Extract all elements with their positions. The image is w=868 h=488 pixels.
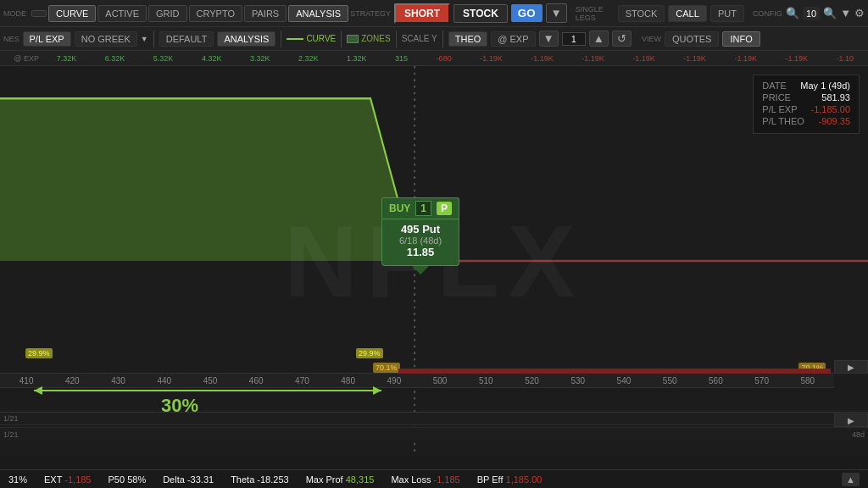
info-panel: DATE May 1 (49d) PRICE 581.93 P/L EXP -1… <box>753 75 860 134</box>
search-icon-1[interactable]: 🔍 <box>786 7 799 19</box>
info-price-row: PRICE 581.93 <box>762 92 850 103</box>
arrow-down-btn[interactable]: ▼ <box>539 30 559 47</box>
price-510: 510 <box>479 376 493 385</box>
annotation-area: 30% <box>25 378 390 409</box>
single-legs-label: SINGLE LEGS <box>576 5 615 22</box>
info-pltheo-row: P/L THEO -909.35 <box>762 116 850 126</box>
x-val-14: -1.19K <box>734 54 757 63</box>
x-val-4: 3.32K <box>250 54 270 63</box>
chart-container: NFLX 410 420 430 440 450 460 470 480 490… <box>0 66 868 456</box>
default-btn[interactable]: DEFAULT <box>159 31 214 47</box>
price-550: 550 <box>663 376 677 385</box>
curve-label: CURVE <box>306 34 336 43</box>
timeline-date-right-2: 48d <box>852 430 865 439</box>
x-val-16: -1.10 <box>836 54 854 63</box>
go-btn[interactable]: GO <box>511 4 542 22</box>
divider-4 <box>396 30 397 47</box>
single-legs-section: SINGLE LEGS STOCK CALL PUT <box>576 5 744 22</box>
nav-btn-pairs[interactable]: PAIRS <box>244 5 287 22</box>
leg-call-btn[interactable]: CALL <box>668 5 707 22</box>
tooltip-buy: BUY <box>389 202 410 214</box>
theo-btn[interactable]: THEO <box>448 31 488 47</box>
search-icon-2[interactable]: 🔍 <box>823 7 837 19</box>
quotes-btn[interactable]: QUOTES <box>665 31 719 47</box>
scale-y-label: SCALE Y <box>402 34 437 43</box>
divider-5 <box>442 30 443 47</box>
leg-put-btn[interactable]: PUT <box>710 5 744 22</box>
prob-bar <box>398 369 831 374</box>
refresh-btn[interactable]: ↺ <box>612 30 632 47</box>
status-p50: P50 58% <box>108 474 147 485</box>
divider-3 <box>341 30 342 47</box>
x-val-10: -1.19K <box>531 54 554 63</box>
leg-stock-btn[interactable]: STOCK <box>618 5 665 22</box>
x-val-8: -680 <box>437 54 452 63</box>
x-val-3: 4.32K <box>202 54 222 63</box>
nav-btn-curve[interactable]: CURVE <box>48 5 96 22</box>
pct-label-right: 29.9% <box>356 348 383 358</box>
no-greek-btn[interactable]: NO GREEK <box>75 31 137 47</box>
price-540: 540 <box>617 376 632 385</box>
info-plexp-row: P/L EXP -1,185.00 <box>762 104 850 114</box>
config-label: CONFIG <box>753 9 782 18</box>
price-560: 560 <box>709 376 723 385</box>
filter-icon[interactable]: ▼ <box>840 7 851 19</box>
at-exp-btn[interactable]: @ EXP <box>491 31 535 47</box>
mode-label: MODE <box>3 9 26 18</box>
timeline-row-2: 1/21 48d <box>0 427 868 441</box>
price-label: PRICE <box>762 92 791 103</box>
svg-marker-0 <box>0 98 415 261</box>
view-label: VIEW <box>642 35 661 43</box>
nav-btn-grid[interactable]: GRID <box>148 5 187 22</box>
tooltip-arrow <box>412 266 429 274</box>
tooltip-title: 495 Put <box>391 223 450 236</box>
tooltip-qty: 1 <box>415 201 431 216</box>
annotation-svg <box>25 378 390 408</box>
strategy-short-btn[interactable]: SHORT <box>394 3 450 24</box>
divider-2 <box>281 30 281 47</box>
badge-70-left: 70.1% <box>373 363 400 373</box>
timeline-row-1: 1/21 48d <box>0 412 868 425</box>
dropdown-btn[interactable]: ▼ <box>546 3 567 23</box>
divider-1 <box>153 30 154 47</box>
gear-icon[interactable]: ⚙ <box>854 7 865 19</box>
scroll-right-btn-2[interactable]: ▶ <box>834 413 868 427</box>
pl-exp-btn[interactable]: P/L EXP <box>23 31 71 47</box>
x-val-5: 2.32K <box>298 54 319 63</box>
at-exp-label: @ EXP <box>0 54 42 63</box>
expand-btn[interactable]: ▲ <box>842 473 860 486</box>
info-btn[interactable]: INFO <box>722 31 760 47</box>
price-500: 500 <box>433 376 448 385</box>
pct-label-left: 29.9% <box>25 348 53 358</box>
top-nav: MODE CURVE ACTIVE GRID CRYPTO PAIRS ANAL… <box>0 0 868 27</box>
status-pct: 31% <box>8 474 27 485</box>
tooltip-popup: BUY 1 P 495 Put 6/18 (48d) 11.85 <box>381 197 459 274</box>
toolbar: NES P/L EXP NO GREEK ▼ DEFAULT ANALYSIS … <box>0 27 868 51</box>
arrow-up-btn[interactable]: ▲ <box>589 30 609 47</box>
status-maxloss: Max Loss -1,185 <box>391 474 459 485</box>
analysis-btn[interactable]: ANALYSIS <box>217 31 275 47</box>
x-val-13: -1.19K <box>683 54 706 63</box>
timeline-date-2: 1/21 <box>3 430 19 439</box>
tooltip-date: 6/18 (48d) <box>391 236 450 246</box>
curve-indicator: CURVE <box>287 34 336 43</box>
x-val-2: 5.32K <box>153 54 174 63</box>
nav-btn-crypto[interactable]: CRYPTO <box>189 5 242 22</box>
nav-btn-analysis[interactable]: ANALYSIS <box>288 5 348 22</box>
status-bar: 31% EXT -1,185 P50 58% Delta -33.31 Thet… <box>0 469 868 488</box>
price-570: 570 <box>754 376 769 385</box>
pl-exp-val: -1,185.00 <box>811 104 850 114</box>
nav-btn-empty[interactable] <box>31 10 47 17</box>
scroll-right-btn[interactable]: ▶ <box>834 360 868 374</box>
strategy-stock-btn[interactable]: STOCK <box>453 4 508 23</box>
count-input[interactable] <box>562 32 586 46</box>
zones-box <box>347 35 359 43</box>
price-530: 530 <box>570 376 585 385</box>
x-val-0: 7.32K <box>57 54 77 63</box>
x-axis-values: 7.32K 6.32K 5.32K 4.32K 3.32K 2.32K 1.32… <box>42 54 868 63</box>
nav-btn-active[interactable]: ACTIVE <box>97 5 147 22</box>
config-number: 10 <box>803 7 820 20</box>
strategy-label: STRATEGY <box>350 9 391 18</box>
price-520: 520 <box>525 376 539 385</box>
info-date-row: DATE May 1 (49d) <box>762 80 850 91</box>
